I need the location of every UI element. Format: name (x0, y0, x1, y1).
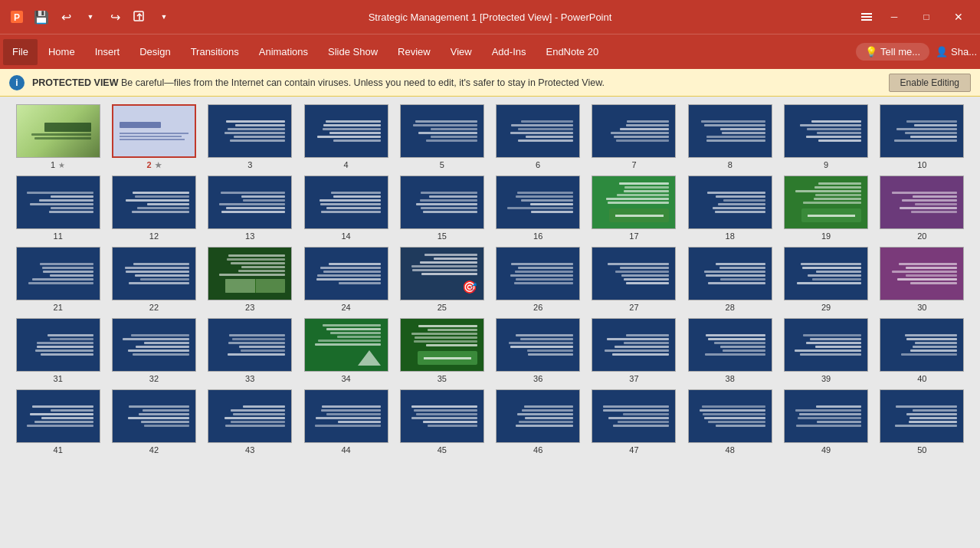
slide-item-37[interactable]: 37 (588, 318, 680, 383)
slide-item-46[interactable]: 46 (493, 389, 584, 454)
slide-item-41[interactable]: 41 (12, 389, 103, 454)
share-button[interactable]: 👤 Sha... (936, 46, 977, 57)
slide-item-21[interactable]: 21 (12, 247, 103, 312)
slide-item-42[interactable]: 42 (108, 389, 199, 454)
slide-thumb-23[interactable] (208, 247, 292, 300)
slide-thumb-4[interactable] (304, 104, 388, 158)
slide-item-32[interactable]: 32 (108, 318, 199, 383)
menu-view[interactable]: View (441, 39, 481, 65)
slide-thumb-50[interactable] (880, 389, 964, 443)
minimize-button[interactable]: ─ (879, 6, 910, 28)
slide-item-39[interactable]: 39 (780, 318, 871, 383)
slide-item-17[interactable]: 17 (588, 176, 680, 241)
slide-item-8[interactable]: 8 (684, 104, 775, 169)
slide-item-15[interactable]: 15 (396, 176, 487, 241)
slide-item-25[interactable]: 🎯 25 (396, 247, 487, 312)
slide-item-34[interactable]: 34 (300, 318, 392, 383)
slide-thumb-8[interactable] (688, 104, 772, 158)
slide-thumb-11[interactable] (16, 176, 100, 229)
slide-thumb-1[interactable] (16, 104, 100, 158)
slide-thumb-2[interactable] (112, 104, 196, 158)
slide-thumb-10[interactable] (880, 104, 964, 158)
slide-item-7[interactable]: 7 (588, 104, 680, 169)
slide-item-43[interactable]: 43 (205, 389, 296, 454)
slide-item-22[interactable]: 22 (108, 247, 199, 312)
menu-addins[interactable]: Add-Ins (483, 39, 536, 65)
slide-item-6[interactable]: 6 (493, 104, 584, 169)
ribbon-icon[interactable] (856, 6, 877, 28)
slide-thumb-30[interactable] (880, 247, 964, 300)
menu-home[interactable]: Home (39, 39, 84, 65)
slide-item-48[interactable]: 48 (684, 389, 775, 454)
slide-item-26[interactable]: 26 (493, 247, 584, 312)
menu-transitions[interactable]: Transitions (182, 39, 248, 65)
slide-thumb-38[interactable] (688, 318, 772, 372)
slide-item-23[interactable]: 23 (205, 247, 296, 312)
slide-thumb-39[interactable] (784, 318, 868, 372)
slide-thumb-21[interactable] (16, 247, 100, 300)
menu-file[interactable]: File (3, 39, 38, 65)
slide-item-12[interactable]: 12 (108, 176, 199, 241)
slide-thumb-34[interactable] (304, 318, 388, 372)
slide-thumb-20[interactable] (880, 176, 964, 229)
slide-item-28[interactable]: 28 (684, 247, 775, 312)
close-button[interactable]: ✕ (943, 6, 974, 28)
slide-thumb-28[interactable] (688, 247, 772, 300)
slide-thumb-33[interactable] (208, 318, 292, 372)
slide-item-16[interactable]: 16 (493, 176, 584, 241)
slide-item-24[interactable]: 24 (300, 247, 392, 312)
slide-item-33[interactable]: 33 (205, 318, 296, 383)
enable-editing-button[interactable]: Enable Editing (889, 74, 971, 92)
slide-item-19[interactable]: 19 (780, 176, 871, 241)
slide-thumb-22[interactable] (112, 247, 196, 300)
slide-thumb-17[interactable] (592, 176, 676, 229)
slide-item-20[interactable]: 20 (877, 176, 968, 241)
slide-item-2[interactable]: 2★ (108, 104, 199, 169)
slide-item-18[interactable]: 18 (684, 176, 775, 241)
undo-icon[interactable]: ↩ (55, 6, 77, 28)
slide-item-5[interactable]: 5 (396, 104, 487, 169)
slide-thumb-36[interactable] (496, 318, 580, 372)
slide-thumb-47[interactable] (592, 389, 676, 443)
slide-thumb-9[interactable] (784, 104, 868, 158)
slide-item-3[interactable]: 3 (205, 104, 296, 169)
menu-slideshow[interactable]: Slide Show (319, 39, 387, 65)
slide-thumb-45[interactable] (400, 389, 484, 443)
slide-item-9[interactable]: 9 (780, 104, 871, 169)
slide-thumb-32[interactable] (112, 318, 196, 372)
menu-animations[interactable]: Animations (250, 39, 317, 65)
slide-item-30[interactable]: 30 (877, 247, 968, 312)
slide-thumb-13[interactable] (208, 176, 292, 229)
slide-item-11[interactable]: 11 (12, 176, 103, 241)
slide-item-27[interactable]: 27 (588, 247, 680, 312)
slide-thumb-46[interactable] (496, 389, 580, 443)
slide-thumb-49[interactable] (784, 389, 868, 443)
slide-thumb-19[interactable] (784, 176, 868, 229)
undo-dropdown-icon[interactable]: ▼ (80, 6, 101, 28)
menu-review[interactable]: Review (388, 39, 440, 65)
slide-thumb-5[interactable] (400, 104, 484, 158)
slide-item-35[interactable]: 35 (396, 318, 487, 383)
slide-thumb-18[interactable] (688, 176, 772, 229)
slide-thumb-41[interactable] (16, 389, 100, 443)
slide-item-13[interactable]: 13 (205, 176, 296, 241)
slide-thumb-27[interactable] (592, 247, 676, 300)
slide-item-31[interactable]: 31 (12, 318, 103, 383)
slide-thumb-48[interactable] (688, 389, 772, 443)
slide-thumb-24[interactable] (304, 247, 388, 300)
slide-item-10[interactable]: 10 (877, 104, 968, 169)
maximize-button[interactable]: □ (911, 6, 942, 28)
slide-thumb-14[interactable] (304, 176, 388, 229)
slide-thumb-37[interactable] (592, 318, 676, 372)
slide-thumb-31[interactable] (16, 318, 100, 372)
slide-item-50[interactable]: 50 (877, 389, 968, 454)
slide-thumb-40[interactable] (880, 318, 964, 372)
slide-thumb-25[interactable]: 🎯 (400, 247, 484, 300)
slide-thumb-3[interactable] (208, 104, 292, 158)
menu-insert[interactable]: Insert (86, 39, 129, 65)
slide-item-49[interactable]: 49 (780, 389, 871, 454)
tell-me-search[interactable]: 💡 Tell me... (856, 43, 929, 61)
slide-thumb-26[interactable] (496, 247, 580, 300)
slide-item-38[interactable]: 38 (684, 318, 775, 383)
menu-design[interactable]: Design (130, 39, 179, 65)
